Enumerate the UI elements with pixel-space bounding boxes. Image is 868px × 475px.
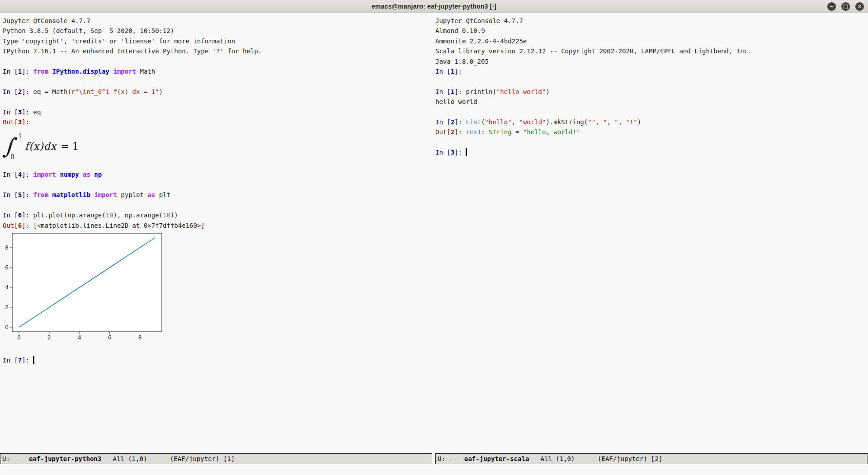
prompt-in: ]: — [22, 88, 33, 95]
code-text: , — [512, 118, 519, 126]
keyword: from — [33, 191, 48, 198]
console-line: In [5]: from matplotlib import pyplot as… — [3, 190, 433, 200]
code-text: String — [489, 128, 512, 136]
prompt-in: ]: — [22, 171, 33, 178]
prompt-in: 3 — [451, 149, 454, 156]
prompt-out: 2 — [451, 128, 454, 136]
console-line: In [1]: println("hello world") — [435, 87, 868, 97]
x-tick-label: 2 — [47, 334, 51, 341]
code-text: Ammonite 2.2.0-4-4bd225e — [435, 38, 527, 45]
module-name: matplotlib — [52, 191, 90, 198]
prompt-in: 1 — [18, 68, 22, 75]
maximize-button[interactable]: □ — [841, 2, 850, 11]
minimize-icon: − — [829, 4, 834, 9]
code-text: Jupyter QtConsole 4.7.7 — [435, 17, 523, 24]
string-literal: "hello world" — [496, 88, 546, 95]
latex-output: ∫10f(x)dx= 1 — [3, 132, 433, 160]
close-button[interactable]: × — [855, 2, 864, 11]
number-literal: 10 — [163, 212, 170, 219]
right-console-pane-scala[interactable]: Jupyter QtConsole 4.7.7Almond 0.10.9Ammo… — [433, 13, 868, 453]
console-line: Almond 0.10.9 — [435, 26, 868, 36]
x-tick-label: 6 — [108, 334, 112, 341]
modeline-right[interactable]: U:--- eaf-jupyter-scala All (1,0) (EAF/j… — [435, 453, 868, 464]
console-line: Out[2]: res1: String = "hello, world!" — [435, 127, 868, 137]
modeline-text: U:--- — [438, 454, 464, 463]
code-text: pyplot — [117, 191, 147, 198]
code-text: Jupyter QtConsole 4.7.7 — [3, 17, 90, 24]
x-tick-label: 8 — [138, 334, 142, 341]
integral-lower-limit: 0 — [10, 154, 14, 160]
code-text: , — [595, 118, 603, 126]
prompt-out: Out[ — [3, 222, 18, 229]
echo-area[interactable] — [0, 464, 868, 475]
console-line — [435, 76, 868, 86]
console-line — [3, 56, 433, 66]
prompt-out: Out[ — [3, 118, 18, 126]
console-line: Jupyter QtConsole 4.7.7 — [435, 16, 868, 26]
console-line: Jupyter QtConsole 4.7.7 — [3, 16, 433, 26]
console-line: In [4]: import numpy as np — [3, 169, 433, 179]
plot-canvas: 0246802468 — [3, 232, 171, 343]
buffer-name: eaf-jupyter-scala — [464, 454, 529, 463]
prompt-in: In [ — [3, 212, 18, 219]
string-literal: "hello, world!" — [523, 128, 580, 136]
prompt-in: 7 — [18, 357, 22, 364]
text-cursor — [466, 148, 467, 156]
code-text: Scala library version 2.12.12 -- Copyrig… — [435, 47, 752, 55]
code-text: eq — [33, 108, 41, 116]
matplotlib-figure: 0246802468 — [3, 232, 433, 345]
prompt-in: ]: — [22, 68, 33, 75]
window-title: emacs@manjaro: eaf-jupyter-python3 [-] — [372, 3, 496, 10]
string-literal: "!" — [626, 118, 637, 126]
titlebar[interactable]: emacs@manjaro: eaf-jupyter-python3 [-] −… — [0, 0, 868, 13]
code-text: plt.plot(np.arange( — [33, 212, 105, 219]
modeline-divider[interactable] — [432, 453, 435, 464]
console-line: Ammonite 2.2.0-4-4bd225e — [435, 36, 868, 46]
console-line — [435, 137, 868, 147]
code-text: : — [481, 128, 489, 136]
code-text: Almond 0.10.9 — [435, 27, 485, 34]
prompt-in: In [ — [3, 357, 18, 364]
code-text: = — [512, 128, 523, 136]
prompt-in: ]: — [22, 108, 33, 116]
string-literal: r"\int_0^1 f(x) dx = 1" — [71, 88, 159, 95]
prompt-out: ]: — [22, 222, 33, 229]
console-line — [3, 180, 433, 190]
console-line: IPython 7.16.1 -- An enhanced Interactiv… — [3, 46, 433, 56]
code-text: Java 1.8.0_265 — [435, 58, 489, 65]
console-line: Python 3.8.5 (default, Sep 5 2020, 10:50… — [3, 26, 433, 36]
console-line: In [2]: eq = Math(r"\int_0^1 f(x) dx = 1… — [3, 87, 433, 97]
string-literal: "" — [588, 118, 595, 126]
prompt-in: In [ — [3, 108, 18, 116]
modeline-text: All (1,0) (EAF/jupyter) [2] — [529, 454, 662, 463]
prompt-out: ]: — [22, 118, 33, 126]
code-text: , — [618, 118, 626, 126]
console-line — [3, 76, 433, 86]
code-text: ) — [159, 88, 163, 95]
console-line: Out[6]: [<matplotlib.lines.Line2D at 0×7… — [3, 221, 433, 230]
math-expression: f(x)dx — [25, 141, 57, 152]
prompt-in: 2 — [18, 88, 22, 95]
keyword: as — [83, 171, 90, 178]
prompt-out: Out[ — [435, 128, 451, 136]
prompt-in: In [ — [3, 171, 18, 178]
prompt-in: 5 — [18, 191, 22, 198]
math-rhs: = 1 — [61, 141, 78, 152]
string-literal: "world" — [519, 118, 546, 126]
close-icon: × — [857, 4, 862, 9]
y-tick-label: 4 — [5, 284, 9, 291]
console-line: In [3]: — [435, 147, 868, 157]
left-console-pane-python[interactable]: Jupyter QtConsole 4.7.7Python 3.8.5 (def… — [0, 13, 433, 453]
code-text: Type 'copyright', 'credits' or 'license'… — [3, 38, 235, 45]
modeline-left[interactable]: U:--- eaf-jupyter-python3 All (1,0) (EAF… — [0, 453, 432, 464]
prompt-in: In [ — [435, 68, 451, 75]
code-text: plt — [155, 191, 170, 198]
minimize-button[interactable]: − — [827, 2, 836, 11]
console-line: In [2]: List("hello", "world").mkString(… — [435, 117, 868, 127]
x-tick-label: 0 — [17, 334, 21, 341]
main-area: Jupyter QtConsole 4.7.7Python 3.8.5 (def… — [0, 13, 868, 453]
code-text: ) — [546, 88, 549, 95]
console-line — [3, 97, 433, 107]
prompt-in: 3 — [18, 108, 22, 116]
text-cursor — [33, 356, 34, 364]
